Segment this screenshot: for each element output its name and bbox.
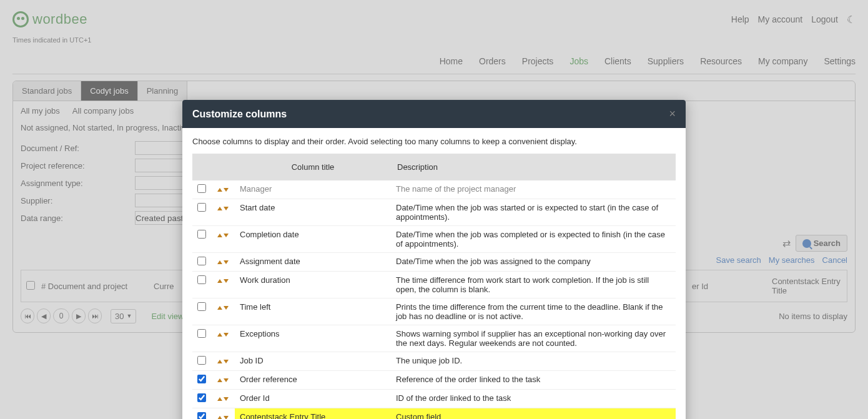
modal-instruction: Choose columns to display and their orde… bbox=[192, 137, 676, 146]
column-description: Date/Time when the job was assigned to t… bbox=[391, 253, 676, 272]
move-up-icon[interactable] bbox=[217, 234, 222, 237]
column-checkbox[interactable] bbox=[197, 257, 206, 265]
column-description: Date/Time when the job was started or is… bbox=[391, 199, 676, 226]
column-row: Start dateDate/Time when the job was sta… bbox=[192, 199, 676, 226]
modal-overlay: Customize columns × Choose columns to di… bbox=[0, 0, 868, 339]
column-row: ManagerThe name of the project manager bbox=[192, 180, 676, 199]
move-down-icon[interactable] bbox=[224, 188, 229, 192]
move-down-icon[interactable] bbox=[224, 234, 229, 237]
column-row: Assignment dateDate/Time when the job wa… bbox=[192, 253, 676, 272]
move-down-icon[interactable] bbox=[224, 279, 229, 283]
column-title: Work duration bbox=[235, 272, 391, 298]
column-checkbox[interactable] bbox=[197, 275, 206, 284]
move-down-icon[interactable] bbox=[224, 333, 229, 337]
column-title: Assignment date bbox=[235, 253, 391, 272]
column-checkbox[interactable] bbox=[197, 230, 206, 239]
columns-table: Column title Description ManagerThe name… bbox=[192, 154, 676, 339]
column-title: Completion date bbox=[235, 226, 391, 253]
move-down-icon[interactable] bbox=[224, 207, 229, 210]
move-up-icon[interactable] bbox=[217, 306, 222, 310]
customize-columns-modal: Customize columns × Choose columns to di… bbox=[182, 100, 686, 339]
column-row: Completion dateDate/Time when the job wa… bbox=[192, 226, 676, 253]
column-description: Shows warning symbol if supplier has an … bbox=[391, 325, 676, 340]
column-checkbox[interactable] bbox=[197, 302, 206, 311]
move-up-icon[interactable] bbox=[217, 279, 222, 283]
move-up-icon[interactable] bbox=[217, 188, 222, 192]
column-row: Time leftPrints the time difference from… bbox=[192, 298, 676, 325]
column-row: Work durationThe time difference from wo… bbox=[192, 272, 676, 298]
column-description: The name of the project manager bbox=[391, 180, 676, 199]
move-up-icon[interactable] bbox=[217, 207, 222, 210]
column-checkbox[interactable] bbox=[197, 184, 206, 193]
column-title: Manager bbox=[235, 180, 391, 199]
move-down-icon[interactable] bbox=[224, 260, 229, 264]
column-checkbox[interactable] bbox=[197, 329, 206, 338]
col-header-description: Description bbox=[391, 154, 676, 180]
column-title: Exceptions bbox=[235, 325, 391, 340]
column-row: ExceptionsShows warning symbol if suppli… bbox=[192, 325, 676, 340]
close-icon[interactable]: × bbox=[669, 107, 676, 121]
column-description: Prints the time difference from the curr… bbox=[391, 298, 676, 325]
col-header-title: Column title bbox=[235, 154, 391, 180]
column-description: The time difference from work start to w… bbox=[391, 272, 676, 298]
column-description: Date/Time when the job was completed or … bbox=[391, 226, 676, 253]
column-title: Start date bbox=[235, 199, 391, 226]
modal-title: Customize columns bbox=[192, 109, 287, 120]
move-up-icon[interactable] bbox=[217, 260, 222, 264]
move-up-icon[interactable] bbox=[217, 333, 222, 337]
move-down-icon[interactable] bbox=[224, 306, 229, 310]
column-title: Time left bbox=[235, 298, 391, 325]
column-checkbox[interactable] bbox=[197, 203, 206, 212]
